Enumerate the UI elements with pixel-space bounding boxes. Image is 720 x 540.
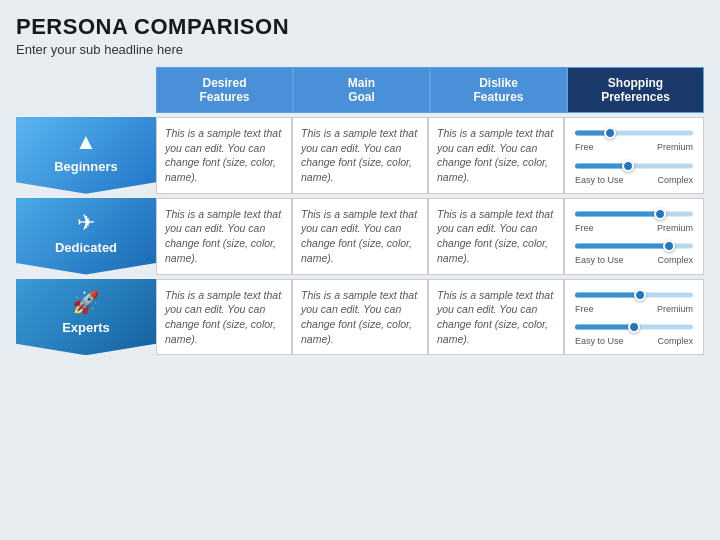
dedicated-label: Dedicated xyxy=(55,240,117,255)
slider-right-label: Premium xyxy=(657,223,693,233)
beginners-dislike-features[interactable]: This is a sample text that you can edit.… xyxy=(428,117,564,194)
header-dislike-features: DislikeFeatures xyxy=(430,67,567,113)
dedicated-slider-0[interactable]: FreePremium xyxy=(575,207,693,233)
header-desired-features: DesiredFeatures xyxy=(156,67,293,113)
slider-right-label: Complex xyxy=(657,336,693,346)
page-title: PERSONA COMPARISON xyxy=(16,14,704,40)
experts-label: Experts xyxy=(62,320,110,335)
slider-right-label: Complex xyxy=(657,255,693,265)
beginners-main-goal[interactable]: This is a sample text that you can edit.… xyxy=(292,117,428,194)
experts-main-goal[interactable]: This is a sample text that you can edit.… xyxy=(292,279,428,356)
beginners-slider-0[interactable]: FreePremium xyxy=(575,126,693,152)
experts-slider-1[interactable]: Easy to UseComplex xyxy=(575,320,693,346)
dedicated-icon: ✈ xyxy=(77,210,95,236)
experts-slider-0[interactable]: FreePremium xyxy=(575,288,693,314)
header-row: DesiredFeatures MainGoal DislikeFeatures… xyxy=(16,67,704,113)
dedicated-slider-1[interactable]: Easy to UseComplex xyxy=(575,239,693,265)
row-dedicated: ✈DedicatedThis is a sample text that you… xyxy=(16,198,704,275)
row-experts: 🚀ExpertsThis is a sample text that you c… xyxy=(16,279,704,356)
page: PERSONA COMPARISON Enter your sub headli… xyxy=(0,0,720,540)
slider-left-label: Easy to Use xyxy=(575,255,624,265)
persona-badge-dedicated: ✈Dedicated xyxy=(16,198,156,275)
slider-left-label: Free xyxy=(575,142,594,152)
persona-badge-experts: 🚀Experts xyxy=(16,279,156,356)
experts-icon: 🚀 xyxy=(72,290,99,316)
page-subtitle: Enter your sub headline here xyxy=(16,42,704,57)
persona-badge-beginners: ▲Beginners xyxy=(16,117,156,194)
beginners-label: Beginners xyxy=(54,159,118,174)
slider-left-label: Easy to Use xyxy=(575,336,624,346)
header-shopping-preferences: ShoppingPreferences xyxy=(567,67,704,113)
beginners-desired-features[interactable]: This is a sample text that you can edit.… xyxy=(156,117,292,194)
slider-left-label: Easy to Use xyxy=(575,175,624,185)
beginners-prefs: FreePremiumEasy to UseComplex xyxy=(564,117,704,194)
experts-desired-features[interactable]: This is a sample text that you can edit.… xyxy=(156,279,292,356)
dedicated-main-goal[interactable]: This is a sample text that you can edit.… xyxy=(292,198,428,275)
slider-right-label: Premium xyxy=(657,304,693,314)
dedicated-prefs: FreePremiumEasy to UseComplex xyxy=(564,198,704,275)
slider-right-label: Premium xyxy=(657,142,693,152)
dedicated-dislike-features[interactable]: This is a sample text that you can edit.… xyxy=(428,198,564,275)
slider-left-label: Free xyxy=(575,304,594,314)
row-beginners: ▲BeginnersThis is a sample text that you… xyxy=(16,117,704,194)
slider-left-label: Free xyxy=(575,223,594,233)
comparison-table: DesiredFeatures MainGoal DislikeFeatures… xyxy=(16,67,704,355)
slider-right-label: Complex xyxy=(657,175,693,185)
header-spacer xyxy=(16,67,156,113)
experts-prefs: FreePremiumEasy to UseComplex xyxy=(564,279,704,356)
experts-dislike-features[interactable]: This is a sample text that you can edit.… xyxy=(428,279,564,356)
header-main-goal: MainGoal xyxy=(293,67,430,113)
dedicated-desired-features[interactable]: This is a sample text that you can edit.… xyxy=(156,198,292,275)
beginners-slider-1[interactable]: Easy to UseComplex xyxy=(575,159,693,185)
beginners-icon: ▲ xyxy=(75,129,97,155)
